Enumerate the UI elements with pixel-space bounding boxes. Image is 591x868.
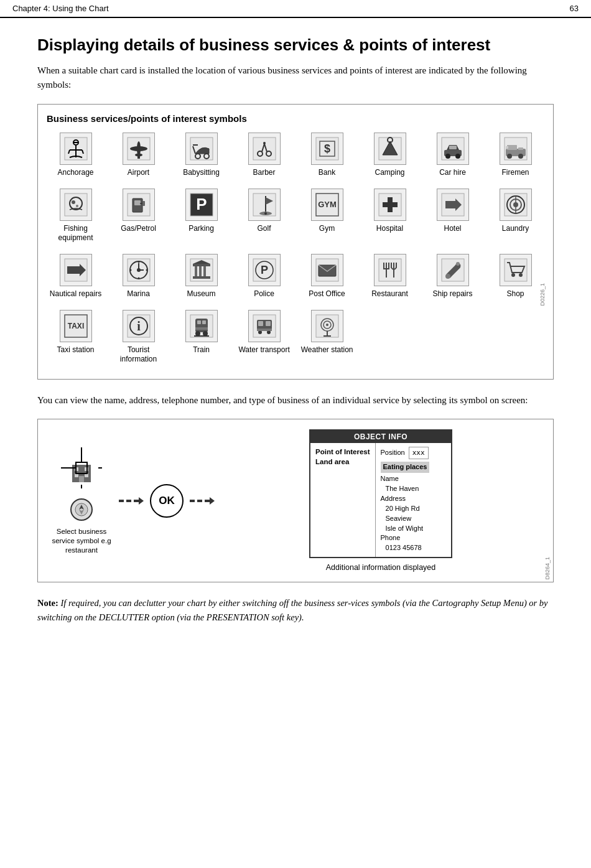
- camping-icon: [374, 133, 406, 165]
- nautical-label: Nautical repairs: [50, 289, 101, 299]
- museum-icon: [185, 254, 218, 286]
- building-crosshair-icon: [60, 446, 103, 490]
- svg-rect-82: [203, 266, 206, 276]
- symbols-row-1: Anchorage Airport: [44, 130, 547, 181]
- symbol-shop: Shop: [484, 251, 547, 302]
- svg-point-74: [146, 269, 147, 271]
- barber-label: Barber: [253, 168, 275, 177]
- babysitting-label: Babysitting: [183, 168, 220, 177]
- info-address2: Seaview: [381, 514, 430, 524]
- diagram-id-2: D8264_1: [544, 557, 551, 580]
- svg-rect-11: [137, 156, 140, 159]
- symbol-hotel: Hotel: [421, 186, 484, 237]
- object-info-diagram: Select business service symbol e.g resta…: [37, 419, 554, 582]
- symbol-bank: $ Bank: [296, 130, 358, 181]
- svg-rect-139: [134, 500, 139, 502]
- svg-point-76: [129, 269, 131, 271]
- ok-button[interactable]: OK: [150, 484, 184, 518]
- info-phone-value: 0123 45678: [381, 543, 430, 553]
- nautical-icon: [60, 254, 92, 286]
- svg-rect-116: [257, 329, 272, 331]
- symbol-babysitting: Babysitting: [170, 130, 233, 181]
- crosshair-group: [60, 446, 103, 490]
- svg-rect-113: [266, 321, 271, 326]
- svg-point-108: [203, 331, 208, 336]
- svg-rect-48: [142, 201, 145, 206]
- svg-point-75: [137, 277, 139, 279]
- watertransport-icon: [248, 310, 281, 342]
- symbol-restaurant: Restaurant: [358, 251, 421, 302]
- svg-rect-106: [195, 327, 208, 330]
- camping-label: Camping: [375, 168, 404, 177]
- object-info-body: Point of Interest Land area Position xxx…: [310, 443, 451, 557]
- svg-point-93: [456, 262, 460, 266]
- page-number: 63: [570, 4, 579, 13]
- laundry-label: Laundry: [502, 224, 529, 233]
- position-row: Position xxx: [381, 447, 430, 459]
- shop-icon: [500, 254, 532, 286]
- hotel-label: Hotel: [444, 224, 461, 233]
- svg-rect-60: [383, 202, 398, 207]
- gym-icon: GYM: [311, 189, 343, 221]
- svg-rect-36: [507, 145, 517, 150]
- position-label: Position: [381, 448, 405, 458]
- info-name-label: Name: [381, 474, 430, 484]
- marina-icon: [123, 254, 155, 286]
- svg-rect-79: [193, 264, 210, 266]
- eating-places-header: Eating places: [381, 462, 430, 473]
- arrow-right-2: [184, 495, 221, 507]
- note-italic: If required, you can declutter your char…: [37, 598, 548, 622]
- restaurant-label: Restaurant: [371, 289, 408, 299]
- poi-line1: Point of Interest: [315, 447, 370, 457]
- svg-rect-137: [119, 500, 124, 502]
- svg-point-73: [137, 261, 139, 263]
- shiprepairs-label: Ship repairs: [432, 289, 472, 299]
- svg-point-22: [263, 142, 266, 144]
- svg-text:P: P: [260, 264, 268, 276]
- svg-marker-140: [139, 497, 144, 505]
- info-address3: Isle of Wight: [381, 524, 430, 534]
- symbol-postoffice: Post Office: [296, 251, 358, 302]
- watertransport-label: Water transport: [238, 345, 289, 355]
- svg-text:TAXI: TAXI: [67, 322, 83, 330]
- fishing-icon: [60, 189, 92, 221]
- svg-point-96: [519, 273, 523, 277]
- symbol-gym: GYM Gym: [296, 186, 358, 237]
- svg-rect-33: [449, 146, 457, 149]
- note-text: Note: If required, you can declutter you…: [37, 596, 554, 624]
- postoffice-label: Post Office: [309, 289, 345, 299]
- info-address-label: Address: [381, 494, 430, 504]
- firemen-label: Firemen: [501, 168, 529, 177]
- symbol-marina: Marina: [107, 251, 170, 302]
- museum-label: Museum: [187, 289, 215, 299]
- postoffice-icon: [311, 254, 343, 286]
- symbol-nautical: Nautical repairs: [44, 251, 107, 302]
- taxistation-label: Taxi station: [57, 345, 95, 355]
- page-title: Displaying details of business services …: [37, 35, 554, 55]
- info-name-value: The Haven: [381, 484, 430, 494]
- svg-rect-81: [199, 266, 202, 276]
- svg-text:i: i: [137, 319, 141, 333]
- symbol-camping: Camping: [358, 130, 421, 181]
- info-phone-label: Phone: [381, 533, 430, 543]
- svg-point-39: [518, 154, 523, 159]
- gaspetrol-icon: [123, 189, 155, 221]
- body-text: You can view the name, address, telephon…: [37, 393, 554, 408]
- left-flow: Select business service symbol e.g resta…: [50, 446, 113, 555]
- barber-icon: [248, 133, 281, 165]
- poi-line2: Land area: [315, 457, 370, 467]
- object-info-right-col: Position xxx Eating places Name The Have…: [376, 443, 435, 557]
- nav-icon[interactable]: [70, 498, 93, 521]
- hospital-icon: [374, 189, 406, 221]
- svg-point-107: [195, 331, 200, 336]
- carhire-icon: [437, 133, 469, 165]
- train-icon: [185, 310, 218, 342]
- symbol-anchorage: Anchorage: [44, 130, 107, 181]
- parking-icon: P: [185, 189, 218, 221]
- additional-info-label: Additional information displayed: [326, 563, 436, 572]
- symbol-hospital: Hospital: [358, 186, 421, 237]
- marina-label: Marina: [127, 289, 150, 299]
- symbols-box-title: Business services/points of interest sym…: [44, 113, 547, 124]
- train-label: Train: [193, 345, 210, 355]
- shiprepairs-icon: [437, 254, 469, 286]
